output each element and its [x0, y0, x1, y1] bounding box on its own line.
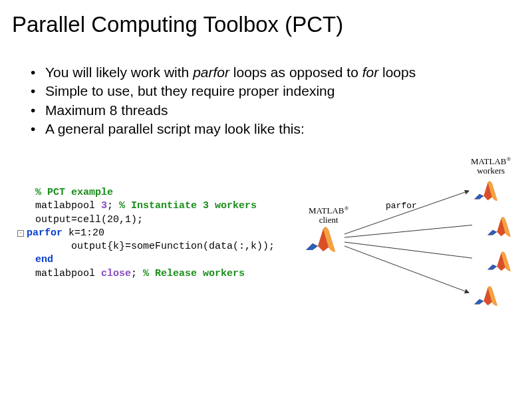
code-comment: % Release workers [143, 268, 245, 279]
fold-gutter-spacer [17, 200, 35, 211]
bullet-item: A general parallel script may look like … [27, 120, 532, 138]
matlab-logo-icon [485, 214, 515, 239]
bullet-item: Maximum 8 threads [27, 102, 532, 119]
fold-gutter-spacer [17, 254, 35, 265]
arrow-lines [339, 181, 472, 307]
bullet-italic: parfor [193, 65, 229, 80]
slide-title: Parallel Computing Toolbox (PCT) [0, 0, 532, 37]
code-token: k=1:20 [68, 227, 104, 239]
parfor-diagram: MATLAB® client MATLAB® workers parfor [293, 154, 525, 307]
fold-gutter-spacer [17, 187, 35, 198]
code-comment: % PCT example [35, 187, 113, 198]
bullet-item: Simple to use, but they require proper i… [27, 82, 532, 100]
matlab-logo-icon [472, 283, 501, 309]
registered-mark: ® [506, 156, 511, 162]
svg-line-0 [344, 191, 469, 234]
fold-collapse-icon: − [17, 230, 24, 237]
svg-line-1 [344, 224, 472, 237]
bullet-text: You will likely work with [45, 65, 193, 80]
code-token: 3 [101, 200, 107, 211]
bullet-text: loops [378, 65, 416, 80]
bullet-italic: for [362, 65, 379, 80]
code-keyword: end [35, 254, 53, 265]
workers-label: MATLAB® workers [471, 156, 511, 176]
code-keyword: parfor [27, 227, 68, 239]
code-token: output=cell(20,1); [35, 214, 143, 225]
bullet-list: You will likely work with parfor loops a… [27, 64, 532, 138]
fold-gutter-spacer [17, 241, 35, 252]
code-token: matlabpool [35, 268, 101, 279]
fold-gutter-spacer [17, 214, 35, 225]
code-token: ; [107, 200, 119, 211]
code-token: matlabpool [35, 200, 101, 211]
code-example: % PCT example matlabpool 3; % Instantiat… [17, 186, 275, 281]
matlab-logo-icon [472, 178, 501, 203]
svg-line-2 [344, 242, 472, 259]
bullet-text: loops as opposed to [229, 65, 362, 80]
matlab-logo-icon [485, 249, 515, 274]
code-token: output{k}=someFunction(data(:,k)); [35, 241, 275, 252]
svg-line-3 [344, 246, 469, 293]
code-token: close [101, 268, 131, 279]
matlab-logo-icon [303, 223, 340, 255]
fold-gutter-spacer [17, 268, 35, 279]
code-token: ; [131, 268, 143, 279]
label-text: workers [477, 166, 505, 176]
bullet-item: You will likely work with parfor loops a… [27, 64, 532, 81]
code-comment: % Instantiate 3 workers [119, 200, 257, 211]
